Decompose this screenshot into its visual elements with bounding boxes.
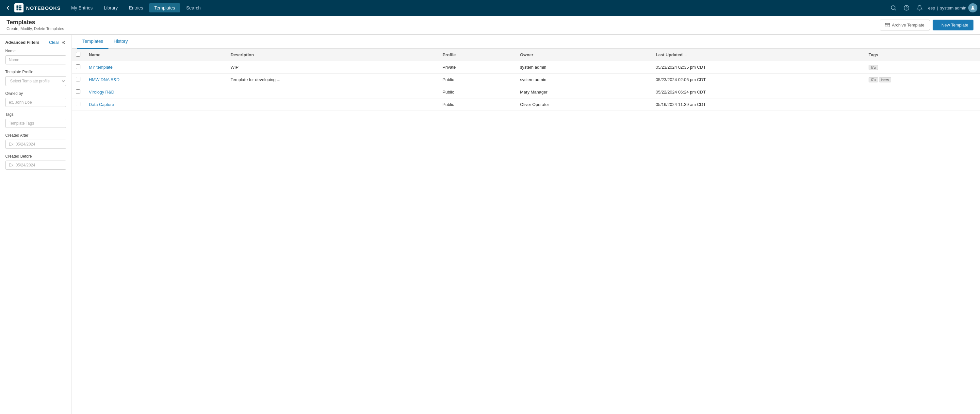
- nav-search[interactable]: Search: [181, 3, 206, 13]
- tab-history[interactable]: History: [108, 35, 133, 49]
- col-last-updated[interactable]: Last Updated ↓: [652, 49, 865, 61]
- filter-created-after-input[interactable]: [5, 140, 66, 149]
- page-subtitle: Create, Modify, Delete Templates: [6, 27, 64, 31]
- nav-my-entries[interactable]: My Entries: [66, 3, 98, 13]
- archive-template-label: Archive Template: [892, 22, 924, 27]
- svg-rect-3: [19, 7, 22, 8]
- sidebar-filters: Advanced Filters Clear Name Template Pro…: [0, 35, 72, 414]
- nav-templates[interactable]: Templates: [149, 3, 180, 13]
- svg-rect-10: [886, 23, 890, 24]
- nav-entries[interactable]: Entries: [124, 3, 149, 13]
- svg-rect-0: [17, 6, 19, 8]
- notifications-icon-button[interactable]: [915, 3, 924, 13]
- row-name-link-2[interactable]: Virology R&D: [89, 90, 115, 94]
- col-checkbox: [72, 49, 85, 61]
- filter-created-after-label: Created After: [5, 133, 66, 137]
- row-description-2: [227, 86, 439, 98]
- col-name[interactable]: Name: [85, 49, 227, 61]
- row-name-link-3[interactable]: Data Capture: [89, 102, 114, 107]
- filter-owned-by-group: Owned by: [5, 91, 66, 107]
- filter-name-label: Name: [5, 49, 66, 53]
- table-body: MY templateWIPPrivatesystem admin05/23/2…: [72, 61, 980, 111]
- filter-profile-select[interactable]: Select Template profile: [5, 76, 66, 86]
- sidebar-header: Advanced Filters Clear: [5, 40, 66, 45]
- row-owner-0: system admin: [516, 61, 652, 74]
- row-last-updated-3: 05/16/2024 11:39 am CDT: [652, 98, 865, 111]
- table-row: MY templateWIPPrivatesystem admin05/23/2…: [72, 61, 980, 74]
- svg-point-9: [972, 6, 974, 8]
- row-checkbox-0: [72, 61, 85, 74]
- col-profile: Profile: [439, 49, 516, 61]
- filter-owned-by-input[interactable]: [5, 98, 66, 107]
- user-name-label: system admin: [940, 6, 966, 10]
- row-checkbox-2: [72, 86, 85, 98]
- advanced-filters-title: Advanced Filters: [5, 40, 40, 45]
- row-last-updated-0: 05/23/2024 02:35 pm CDT: [652, 61, 865, 74]
- nav-library[interactable]: Library: [99, 3, 123, 13]
- row-profile-2: Public: [439, 86, 516, 98]
- nav-user-info: esp | system admin: [928, 3, 977, 13]
- row-last-updated-2: 05/22/2024 06:24 pm CDT: [652, 86, 865, 98]
- svg-rect-4: [19, 9, 22, 10]
- tag-badge-l7u: l7u: [869, 65, 878, 70]
- col-description: Description: [227, 49, 439, 61]
- row-select-checkbox-1[interactable]: [76, 77, 80, 82]
- filter-name-group: Name: [5, 49, 66, 64]
- row-tags-3: [865, 98, 980, 111]
- archive-template-button[interactable]: Archive Template: [880, 20, 930, 30]
- new-template-button[interactable]: + New Template: [932, 20, 974, 30]
- nav-logo: NOTEBOOKS: [14, 3, 61, 13]
- row-profile-3: Public: [439, 98, 516, 111]
- filter-created-before-group: Created Before: [5, 154, 66, 170]
- help-icon-button[interactable]: [902, 3, 911, 13]
- filter-profile-label: Template Profile: [5, 70, 66, 74]
- filter-tags-group: Tags: [5, 112, 66, 128]
- col-owner: Owner: [516, 49, 652, 61]
- row-checkbox-3: [72, 98, 85, 111]
- row-last-updated-1: 05/23/2024 02:06 pm CDT: [652, 74, 865, 86]
- row-profile-0: Private: [439, 61, 516, 74]
- table-row: Data CapturePublicOliver Operator05/16/2…: [72, 98, 980, 111]
- table-row: HMW DNA R&DTemplate for developing ...Pu…: [72, 74, 980, 86]
- page-header-left: Templates Create, Modify, Delete Templat…: [6, 19, 64, 31]
- search-icon-button[interactable]: [889, 3, 898, 13]
- filter-created-after-group: Created After: [5, 133, 66, 149]
- page-header: Templates Create, Modify, Delete Templat…: [0, 16, 980, 35]
- page-title: Templates: [6, 19, 64, 26]
- right-panel: Templates History Name Description: [72, 35, 980, 414]
- filter-name-input[interactable]: [5, 55, 66, 64]
- row-owner-3: Oliver Operator: [516, 98, 652, 111]
- svg-line-6: [895, 9, 896, 10]
- row-tags-0: l7u: [865, 61, 980, 74]
- nav-right: esp | system admin: [889, 3, 977, 13]
- clear-filters-link[interactable]: Clear: [49, 40, 59, 45]
- templates-table: Name Description Profile Owner Last Upda: [72, 49, 980, 111]
- filter-created-before-input[interactable]: [5, 161, 66, 170]
- main-content: Advanced Filters Clear Name Template Pro…: [0, 35, 980, 414]
- select-all-checkbox[interactable]: [76, 52, 80, 57]
- svg-rect-2: [19, 6, 22, 6]
- row-description-1: Template for developing ...: [227, 74, 439, 86]
- row-select-checkbox-0[interactable]: [76, 64, 80, 69]
- row-select-checkbox-2[interactable]: [76, 89, 80, 94]
- filter-owned-by-label: Owned by: [5, 91, 66, 96]
- row-tags-2: [865, 86, 980, 98]
- user-separator: |: [937, 6, 938, 10]
- collapse-sidebar-button[interactable]: [62, 40, 66, 45]
- filter-tags-label: Tags: [5, 112, 66, 117]
- new-template-label: + New Template: [938, 22, 968, 27]
- row-description-0: WIP: [227, 61, 439, 74]
- row-name-link-1[interactable]: HMW DNA R&D: [89, 77, 119, 82]
- row-owner-2: Mary Manager: [516, 86, 652, 98]
- back-button[interactable]: [3, 3, 13, 13]
- row-select-checkbox-3[interactable]: [76, 102, 80, 106]
- row-name-link-0[interactable]: MY template: [89, 65, 113, 70]
- tab-templates[interactable]: Templates: [77, 35, 108, 49]
- row-owner-1: system admin: [516, 74, 652, 86]
- tabs: Templates History: [72, 35, 980, 49]
- row-description-3: [227, 98, 439, 111]
- col-tags: Tags: [865, 49, 980, 61]
- filter-tags-input[interactable]: [5, 119, 66, 128]
- logo-icon: [14, 3, 24, 13]
- user-avatar: [968, 3, 977, 13]
